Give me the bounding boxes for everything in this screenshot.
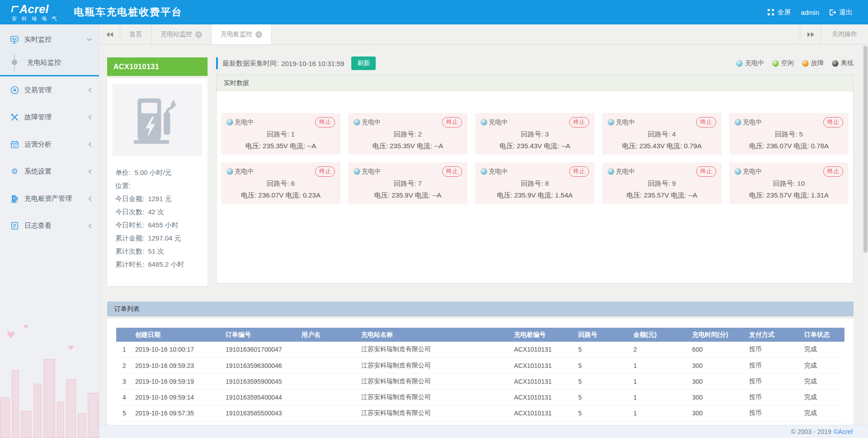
sidebar-item-label: 日志查看 [24,221,52,230]
stop-button[interactable]: 终止 [442,117,462,127]
tab-station-monitor[interactable]: 充电站监控 × [151,24,212,44]
charging-status-icon [226,168,233,175]
acrel-footer-link[interactable]: ©Acrel [834,428,853,435]
tabs-scroll-right-button[interactable] [800,24,821,44]
chevron-left-icon [89,196,92,201]
vertical-scrollbar[interactable] [863,45,868,438]
cell-pay-method: 投币 [746,373,802,389]
tab-close-icon[interactable]: × [195,31,202,38]
collect-time-label: 最新数据采集时间: [222,59,278,68]
circuit-number: 10 [797,179,805,187]
col-username: 用户名 [299,328,359,342]
stat-total-count: 累计次数:51 次 [115,245,202,258]
sidebar-item-pile-assets[interactable]: 充电桩资产管理 [0,185,99,212]
collect-time-value: 2019-10-16 10:31:59 [281,60,344,67]
sidebar-item-label: 交易管理 [24,86,52,94]
cell-index: 4 [116,389,132,405]
tab-close-icon[interactable]: × [255,31,262,38]
cell-order-status: 完成 [802,358,844,373]
pile-id-header: ACX1010131 [107,57,208,76]
stop-button[interactable]: 终止 [315,166,335,177]
sidebar-item-realtime-monitor[interactable]: 实时监控 [0,29,99,50]
tab-label: 充电桩监控 [221,30,252,38]
collect-time-bar: 最新数据采集时间: 2019-10-16 10:31:59 刷新 充电中 空闲 … [216,56,854,71]
username-menu[interactable]: admin [798,7,822,18]
stop-button[interactable]: 终止 [569,166,589,177]
submenu-dot-icon [12,60,17,65]
close-operations-label: 关闭操作 [832,30,857,38]
stop-button[interactable]: 终止 [823,166,843,177]
card-status-label: 充电中 [616,168,635,176]
legend-label: 空闲 [781,59,794,67]
stop-button[interactable]: 终止 [442,166,462,177]
sidebar-item-trade-management[interactable]: ¥ 交易管理 [0,76,99,104]
stat-label: 单价: [115,166,131,179]
current-label: 电流: [544,142,559,150]
tab-pile-monitor[interactable]: 充电桩监控 × [212,24,272,44]
legend-label: 离线 [841,59,854,67]
cell-charge-minutes: 300 [689,358,746,373]
close-operations-button[interactable]: 关闭操作 [821,24,868,44]
cell-pay-method: 投币 [746,405,802,421]
current-value: 0.23A [303,191,321,199]
table-row: 22019-10-16 09:59:231910163596300046江苏安科… [116,358,844,373]
voltage-label: 电压: [622,142,637,150]
log-document-icon [10,221,19,230]
stat-total-duration: 累计时长:6485.2 小时 [115,258,202,271]
sidebar-item-log-view[interactable]: 日志查看 [0,212,99,239]
cell-order-status: 完成 [802,373,844,389]
stop-button[interactable]: 终止 [569,117,589,127]
stat-label: 累计次数: [115,245,144,258]
scrollbar-thumb[interactable] [863,46,868,253]
logout-button[interactable]: 退出 [826,6,855,19]
circuit-cards-grid: 充电中终止 回路号: 1 电压: 235.35V 电流: --A 充电中终止 回… [217,91,853,204]
stat-today-amount: 今日金额:1291 元 [115,192,202,205]
cell-circuit-no: 5 [576,342,631,358]
top-header: Acrel 安 科 瑞 电 气 电瓶车充电桩收费平台 全屏 admin 退出 [0,0,868,24]
stat-value: 6485.2 小时 [148,258,184,271]
tab-home[interactable]: 首页 [120,24,151,44]
tab-bar: 首页 充电站监控 × 充电桩监控 × 关闭操作 [99,24,868,45]
card-status-label: 充电中 [616,118,635,127]
charging-status-icon [481,119,487,126]
cell-order-status: 完成 [802,342,844,358]
refresh-button[interactable]: 刷新 [351,57,376,70]
card-status-label: 充电中 [362,118,381,127]
chevron-left-icon [89,115,92,120]
cell-pile-no: ACX1010131 [511,389,576,405]
sidebar-item-label: 系统设置 [24,167,52,176]
tabs-scroll-left-button[interactable] [99,24,120,44]
stop-button[interactable]: 终止 [823,117,843,127]
cell-pile-no: ACX1010131 [511,342,576,358]
fullscreen-button[interactable]: 全屏 [764,6,793,19]
voltage-label: 电压: [245,142,261,150]
orders-header-row: 创建日期 订单编号 用户名 充电站名称 充电桩编号 回路号 金额(元) 充电时间… [116,328,844,342]
charging-status-icon [736,60,743,67]
stop-button[interactable]: 终止 [696,166,716,177]
circuit-label: 回路号: [775,130,797,138]
stop-button[interactable]: 终止 [696,117,716,127]
cell-amount: 1 [631,389,689,405]
cell-pile-no: ACX1010131 [511,358,576,373]
stat-label: 今日金额: [115,192,144,205]
voltage-label: 电压: [374,191,390,199]
pile-stats-list: 单价:5.00 小时/元 位置: 今日金额:1291 元 今日次数:42 次 今… [113,166,202,271]
sidebar-item-station-monitor[interactable]: 充电站监控 [0,50,99,75]
legend-offline: 离线 [832,59,854,67]
cell-station-name: 江苏安科瑞制造有限公司 [359,358,511,373]
stop-button[interactable]: 终止 [315,117,335,127]
cell-pay-method: 投币 [746,389,802,405]
stat-unit-price: 单价:5.00 小时/元 [115,166,202,179]
sidebar-item-fault-management[interactable]: 故障管理 [0,104,99,131]
sidebar-item-operation-analysis[interactable]: 运营分析 [0,131,99,158]
stat-today-duration: 今日时长:6455 小时 [115,218,202,231]
legend-label: 故障 [811,59,824,67]
voltage-value: 235.43V [639,142,665,150]
sidebar-item-label: 充电桩资产管理 [24,194,72,203]
voltage-label: 电压: [373,142,388,150]
sidebar-item-system-settings[interactable]: ⚙ 系统设置 [0,158,99,185]
cell-create-date: 2019-10-16 09:57:35 [132,405,223,421]
cell-username [299,373,359,389]
tab-label: 首页 [129,30,142,38]
circuit-label: 回路号: [648,179,670,187]
